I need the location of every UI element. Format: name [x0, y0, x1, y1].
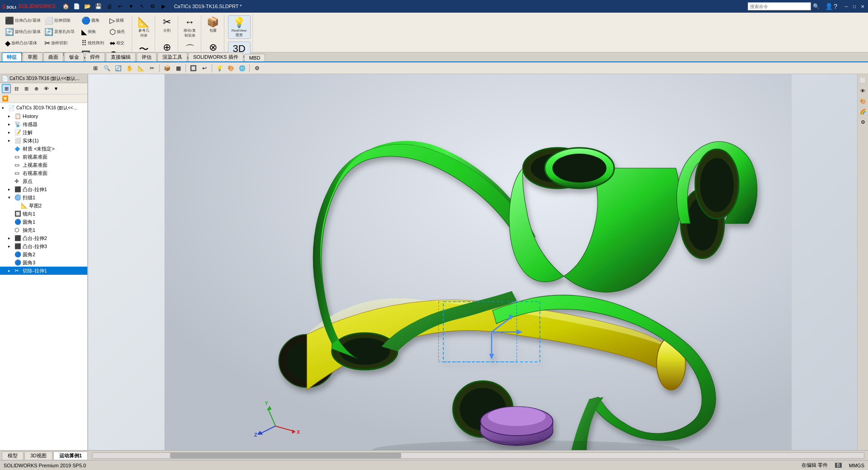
revolve-cut-btn[interactable]: 🔄 异形孔向导 — [43, 27, 79, 37]
tree-icon-display-manager[interactable]: 👁 — [42, 84, 51, 93]
tree-item-fillet2[interactable]: 🔵 圆角2 — [0, 250, 87, 258]
right-panel-btn-3[interactable]: 🎨 — [859, 97, 868, 106]
solid1-expand-icon[interactable]: ▸ — [8, 138, 14, 143]
tree-item-boss3[interactable]: ▸ ⬛ 凸台-拉伸3 — [0, 242, 87, 250]
save-icon[interactable]: 💾 — [94, 1, 104, 11]
boss3-expand-icon[interactable]: ▸ — [8, 244, 14, 249]
tab-sheet-metal[interactable]: 钣金 — [64, 52, 84, 61]
tree-item-cut1[interactable]: ▸ ✂ 切除-拉伸1 — [0, 267, 87, 275]
minimize-button[interactable]: ─ — [843, 3, 850, 10]
cut1-expand-icon[interactable]: ▸ — [8, 268, 14, 273]
redo-dropdown-icon[interactable]: ▼ — [126, 1, 136, 11]
new-icon[interactable]: 📄 — [72, 1, 82, 11]
realview-btn[interactable]: 💡 RealView图形 — [228, 15, 251, 39]
home-icon[interactable]: 🏠 — [61, 1, 71, 11]
tab-direct-edit[interactable]: 直接编辑 — [106, 52, 136, 61]
close-button[interactable]: ✕ — [859, 3, 866, 10]
view-btn-settings[interactable]: ⚙ — [252, 64, 262, 73]
move-btn[interactable]: ↔ 移动/复制实体 — [180, 15, 200, 39]
boss1-expand-icon[interactable]: ▸ — [8, 187, 14, 192]
tree-icon-property-manager[interactable]: ⊟ — [12, 84, 21, 93]
draft-btn[interactable]: ▷ 拔模 — [108, 15, 131, 26]
notes-expand-icon[interactable]: ▸ — [8, 130, 14, 135]
fillet-btn[interactable]: 🔵 圆角 — [80, 15, 107, 26]
tree-icon-configuration-manager[interactable]: ⊞ — [22, 84, 31, 93]
search-button[interactable]: 🔍 — [813, 3, 820, 9]
tree-item-material[interactable]: 🔷 材质 <未指定> — [0, 145, 87, 153]
undo-icon[interactable]: ↩ — [115, 1, 125, 11]
tab-3d-view[interactable]: 3D视图 — [24, 451, 52, 460]
tree-icon-feature-manager[interactable]: ⊞ — [2, 84, 11, 93]
user-icon[interactable]: 👤 — [825, 3, 833, 10]
tab-motion-study[interactable]: 运动算例1 — [53, 451, 88, 460]
tree-item-origin[interactable]: ✛ 原点 — [0, 177, 87, 185]
tree-item-fillet3[interactable]: 🔵 圆角3 — [0, 258, 87, 267]
view-btn-3d-sketch[interactable]: 📐 — [136, 64, 146, 73]
arrow-icon[interactable]: ↖ — [137, 1, 147, 11]
shell-btn[interactable]: ⬡ 抽壳 — [108, 27, 131, 37]
tab-solidworks-plugins[interactable]: SOLIDWORKS 插件 — [188, 52, 243, 61]
cut-extrude-btn[interactable]: ⬜ 拉伸切除 — [43, 15, 79, 26]
boss2-expand-icon[interactable]: ▸ — [8, 236, 14, 240]
tree-item-sketch2[interactable]: 📐 草图2 — [0, 202, 87, 210]
tab-surface[interactable]: 曲面 — [43, 52, 63, 61]
rib-btn[interactable]: ⬌ 相交 — [108, 38, 131, 48]
view-btn-appearance[interactable]: 🎨 — [226, 64, 236, 73]
tree-item-boss2[interactable]: ▸ ⬛ 凸台-拉伸2 — [0, 234, 87, 242]
view-btn-display-mode[interactable]: 📦 — [162, 64, 172, 73]
view-btn-view-orientation[interactable]: 🔲 — [188, 64, 198, 73]
view-btn-zoom-select[interactable]: 🔍 — [102, 64, 112, 73]
tree-item-notes[interactable]: ▸ 📝 注解 — [0, 128, 87, 136]
open-icon[interactable]: 📂 — [83, 1, 93, 11]
tree-item-solid1[interactable]: ▸ ⬜ 实体(1) — [0, 136, 87, 145]
right-panel-btn-2[interactable]: 👁 — [859, 86, 868, 95]
linear-pattern-btn[interactable]: ⠿ 线性阵列 — [80, 38, 107, 48]
sensor-expand-icon[interactable]: ▸ — [8, 122, 14, 127]
tab-evaluate[interactable]: 评估 — [137, 52, 157, 61]
revolve-extrude-btn[interactable]: 🔄 旋转凸台/基体 — [4, 27, 42, 37]
print-icon[interactable]: 🖨 — [104, 1, 114, 11]
boss-extrude-btn[interactable]: ⬛ 拉伸凸台/基体 — [4, 15, 42, 26]
tree-item-front-plane[interactable]: ▭ 前视基准面 — [0, 153, 87, 161]
search-input[interactable] — [748, 2, 811, 10]
tree-item-sensor[interactable]: ▸ 📡 传感器 — [0, 120, 87, 128]
tab-render[interactable]: 渲染工具 — [157, 52, 187, 61]
loft-cut-btn[interactable]: ✂ 放样切割 — [43, 38, 79, 48]
viewport[interactable]: X Y Z ⬜ 👁 🎨 🌈 ⚙ — [88, 74, 868, 450]
view-btn-section[interactable]: ✂ — [147, 64, 157, 73]
tree-item-right-plane[interactable]: ▭ 右视基准面 — [0, 169, 87, 177]
view-btn-previous-view[interactable]: ↩ — [199, 64, 209, 73]
split-btn[interactable]: ✂ 分割 — [157, 15, 177, 38]
tab-weldments[interactable]: 焊件 — [85, 52, 105, 61]
wrap-btn[interactable]: 📦 包覆 — [203, 15, 223, 38]
history-expand-icon[interactable]: ▸ — [8, 114, 14, 118]
tab-mbd[interactable]: MBD — [244, 54, 265, 61]
view-btn-zoom-fit[interactable]: ⊞ — [90, 64, 100, 73]
more-icon[interactable]: ▶ — [159, 1, 169, 11]
tab-model[interactable]: 模型 — [2, 451, 24, 460]
help-icon[interactable]: ? — [834, 3, 837, 10]
tree-icon-dim-expert[interactable]: ⊕ — [32, 84, 41, 93]
tree-root-item[interactable]: ▾ 📄 CaTICs 3D19-TK16 (默认<<默认>_显) — [0, 104, 87, 112]
ref-geom-btn[interactable]: 📐 参考几何体 — [134, 15, 154, 39]
view-btn-scene[interactable]: 🌐 — [237, 64, 247, 73]
tree-item-fillet1[interactable]: 🔵 圆角1 — [0, 218, 87, 226]
loft-btn[interactable]: ◆ 放样凸台/基体 — [4, 38, 42, 48]
tree-item-sweep1[interactable]: ▾ 🌀 扫描1 — [0, 193, 87, 202]
right-panel-btn-4[interactable]: 🌈 — [859, 107, 868, 116]
tab-features[interactable]: 特征 — [2, 52, 22, 61]
view-btn-pan[interactable]: ✋ — [124, 64, 134, 73]
tab-sketch[interactable]: 草图 — [23, 52, 43, 61]
maximize-button[interactable]: □ — [851, 3, 858, 10]
right-panel-btn-1[interactable]: ⬜ — [859, 76, 868, 85]
right-panel-btn-5[interactable]: ⚙ — [859, 118, 868, 127]
view-btn-rotate[interactable]: 🔄 — [113, 64, 123, 73]
options-icon[interactable]: ⚙ — [148, 1, 158, 11]
tree-item-shell1[interactable]: ⬡ 抽壳1 — [0, 226, 87, 234]
view-btn-lines[interactable]: ▦ — [173, 64, 183, 73]
tree-item-history[interactable]: ▸ 📋 History — [0, 112, 87, 120]
tree-item-boss1[interactable]: ▸ ⬛ 凸台-拉伸1 — [0, 185, 87, 193]
horizontal-scrollbar[interactable] — [92, 452, 864, 459]
chamfer-btn[interactable]: ◣ 倒角 — [80, 27, 107, 37]
tree-item-mirror1[interactable]: 🔲 镜向1 — [0, 210, 87, 218]
